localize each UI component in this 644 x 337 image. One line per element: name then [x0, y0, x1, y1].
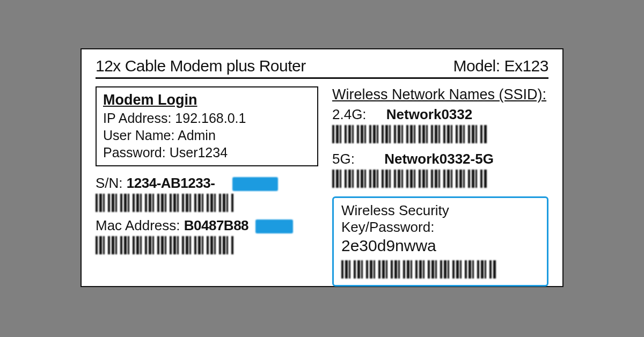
band-5-barcode: [332, 170, 488, 188]
mac-barcode: [96, 236, 235, 254]
model-value: Ex123: [504, 57, 548, 75]
band-5-label: 5G:: [332, 151, 355, 167]
ip-row: IP Address: 192.168.0.1: [103, 109, 311, 127]
password-value: User1234: [170, 145, 228, 160]
band-5-value: Network0332-5G: [384, 151, 494, 167]
band-24-label: 2.4G:: [332, 106, 367, 122]
serial-row: S/N: 1234-AB1233- 0: [96, 175, 318, 192]
password-label: Password:: [103, 145, 166, 160]
ip-label: IP Address:: [103, 111, 171, 126]
ip-value: 192.168.0.1: [175, 111, 246, 126]
model-label: Model:: [453, 57, 500, 75]
modem-label-sticker: 12x Cable Modem plus Router Model: Ex123…: [80, 48, 564, 287]
user-value: Admin: [178, 128, 216, 143]
model: Model: Ex123: [453, 57, 548, 75]
user-row: User Name: Admin: [103, 127, 311, 144]
label-header: 12x Cable Modem plus Router Model: Ex123: [96, 57, 548, 79]
password-row: Password: User1234: [103, 144, 311, 161]
modem-login-box: Modem Login IP Address: 192.168.0.1 User…: [96, 86, 318, 166]
mac-redaction: [255, 219, 293, 233]
security-key-value: 2e30d9nwwa: [341, 237, 539, 255]
security-key-box: Wireless Security Key/Password: 2e30d9nw…: [332, 196, 548, 287]
serial-barcode: [96, 194, 235, 212]
mac-row: Mac Address: B0487B88 C: [96, 217, 318, 234]
ssid-title: Wireless Network Names (SSID):: [332, 86, 548, 103]
band-24-row: 2.4G: Network0332: [332, 106, 548, 123]
mac-value: B0487B88: [184, 217, 248, 233]
band-24-barcode: [332, 125, 488, 143]
serial-label: S/N:: [96, 175, 123, 191]
user-label: User Name:: [103, 128, 174, 143]
band-24-value: Network0332: [386, 106, 472, 123]
serial-redaction: [232, 177, 278, 191]
product-name: 12x Cable Modem plus Router: [96, 57, 306, 75]
mac-label: Mac Address:: [96, 217, 180, 233]
security-key-barcode: [341, 260, 497, 279]
modem-login-title: Modem Login: [103, 91, 311, 109]
serial-value: 1234-AB1233-: [127, 175, 215, 191]
band-5-row: 5G: Network0332-5G: [332, 151, 548, 167]
security-key-title: Wireless Security Key/Password:: [341, 202, 539, 236]
